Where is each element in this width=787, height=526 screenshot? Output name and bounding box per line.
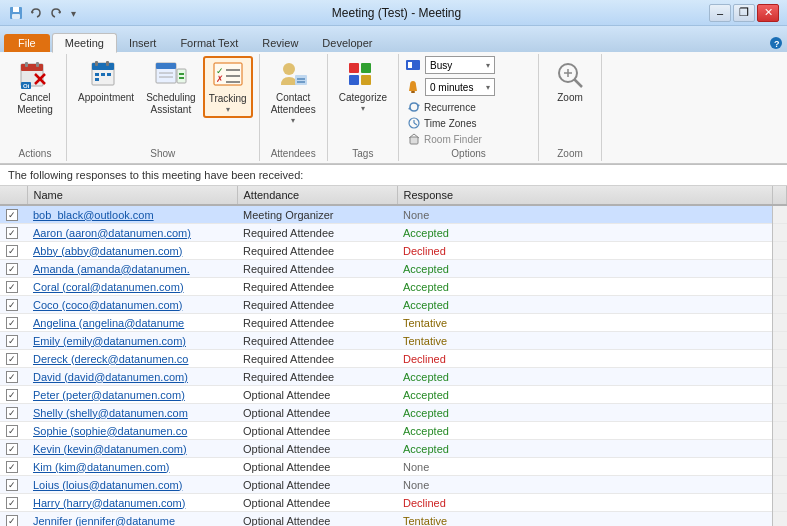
table-row[interactable]: Sophie (sophie@datanumen.coOptional Atte… [0,422,787,440]
row-name[interactable]: Coco (coco@datanumen.com) [27,296,237,314]
row-checkbox[interactable] [6,389,18,401]
table-row[interactable]: Kim (kim@datanumen.com)Optional Attendee… [0,458,787,476]
cancel-meeting-button[interactable]: Oi CancelMeeting [10,56,60,119]
row-name[interactable]: Dereck (dereck@datanumen.co [27,350,237,368]
row-response: Accepted [397,260,773,278]
ribbon: File Meeting Insert Format Text Review D… [0,26,787,165]
table-row[interactable]: Kevin (kevin@datanumen.com)Optional Atte… [0,440,787,458]
table-row[interactable]: Abby (abby@datanumen.com)Required Attend… [0,242,787,260]
tab-developer[interactable]: Developer [310,34,384,52]
scroll-spacer [773,476,787,494]
row-checkbox[interactable] [6,443,18,455]
row-name[interactable]: Abby (abby@datanumen.com) [27,242,237,260]
customize-icon[interactable]: ▾ [68,5,84,21]
row-name[interactable]: Angelina (angelina@datanume [27,314,237,332]
table-row[interactable]: bob_black@outlook.comMeeting OrganizerNo… [0,205,787,224]
tab-format-text[interactable]: Format Text [168,34,250,52]
row-checkbox[interactable] [6,335,18,347]
row-name[interactable]: Jennifer (jennifer@datanume [27,512,237,527]
tab-review[interactable]: Review [250,34,310,52]
time-zones-label: Time Zones [424,118,476,129]
options-links: Recurrence Time Zones Room Finder [405,100,482,146]
zoom-group-label: Zoom [557,148,583,159]
table-row[interactable]: Aaron (aaron@datanumen.com)Required Atte… [0,224,787,242]
busy-dropdown[interactable]: Busy ▾ [425,56,495,74]
minimize-button[interactable]: – [709,4,731,22]
row-checkbox[interactable] [6,299,18,311]
zoom-button[interactable]: Zoom [545,56,595,107]
row-name[interactable]: David (david@datanumen.com) [27,368,237,386]
tracking-button[interactable]: ✓ ✗ Tracking ▾ [203,56,253,118]
row-checkbox[interactable] [6,317,18,329]
row-checkbox[interactable] [6,227,18,239]
table-row[interactable]: Amanda (amanda@datanumen.Required Attend… [0,260,787,278]
appointment-button[interactable]: Appointment [73,56,139,107]
svg-rect-25 [156,63,176,69]
row-checkbox[interactable] [6,515,18,526]
row-name[interactable]: Peter (peter@datanumen.com) [27,386,237,404]
table-row[interactable]: Coco (coco@datanumen.com)Required Attend… [0,296,787,314]
table-row[interactable]: Coral (coral@datanumen.com)Required Atte… [0,278,787,296]
show-items: Appointment [73,56,253,146]
row-checkbox[interactable] [6,461,18,473]
row-attendance: Optional Attendee [237,440,397,458]
room-finder-button[interactable]: Room Finder [407,132,482,146]
row-checkbox[interactable] [6,497,18,509]
row-checkbox[interactable] [6,263,18,275]
row-checkbox[interactable] [6,371,18,383]
col-scrollbar [773,186,787,205]
help-icon[interactable]: ? [769,36,783,50]
row-name[interactable]: Aaron (aaron@datanumen.com) [27,224,237,242]
scroll-spacer [773,350,787,368]
table-row[interactable]: David (david@datanumen.com)Required Atte… [0,368,787,386]
categorize-button[interactable]: Categorize ▾ [334,56,392,116]
save-icon[interactable] [8,5,24,21]
row-name[interactable]: Coral (coral@datanumen.com) [27,278,237,296]
row-name[interactable]: Kevin (kevin@datanumen.com) [27,440,237,458]
minutes-dropdown[interactable]: 0 minutes ▾ [425,78,495,96]
restore-button[interactable]: ❐ [733,4,755,22]
svg-rect-2 [12,14,20,19]
table-row[interactable]: Harry (harry@datanumen.com)Optional Atte… [0,494,787,512]
row-checkbox[interactable] [6,281,18,293]
row-checkbox[interactable] [6,209,18,221]
table-row[interactable]: Emily (emily@datanumen.com)Required Atte… [0,332,787,350]
row-name[interactable]: bob_black@outlook.com [27,205,237,224]
tab-file[interactable]: File [4,34,50,52]
table-row[interactable]: Angelina (angelina@datanumeRequired Atte… [0,314,787,332]
recurrence-button[interactable]: Recurrence [407,100,482,114]
scheduling-assistant-button[interactable]: SchedulingAssistant [141,56,200,119]
close-button[interactable]: ✕ [757,4,779,22]
svg-rect-22 [107,73,111,76]
row-response: Accepted [397,404,773,422]
time-zones-button[interactable]: Time Zones [407,116,482,130]
minutes-dropdown-arrow: ▾ [486,83,490,92]
table-row[interactable]: Loius (loius@datanumen.com)Optional Atte… [0,476,787,494]
svg-rect-30 [179,77,184,79]
undo-icon[interactable] [28,5,44,21]
tab-insert[interactable]: Insert [117,34,169,52]
row-name[interactable]: Emily (emily@datanumen.com) [27,332,237,350]
row-checkbox[interactable] [6,425,18,437]
actions-label: Actions [19,148,52,159]
table-row[interactable]: Shelly (shelly@datanumen.comOptional Att… [0,404,787,422]
row-name[interactable]: Loius (loius@datanumen.com) [27,476,237,494]
row-checkbox[interactable] [6,353,18,365]
row-name[interactable]: Amanda (amanda@datanumen. [27,260,237,278]
table-row[interactable]: Dereck (dereck@datanumen.coRequired Atte… [0,350,787,368]
redo-icon[interactable] [48,5,64,21]
contact-attendees-button[interactable]: ContactAttendees ▾ [266,56,321,128]
row-checkbox[interactable] [6,407,18,419]
row-checkbox[interactable] [6,479,18,491]
row-name[interactable]: Kim (kim@datanumen.com) [27,458,237,476]
table-row[interactable]: Peter (peter@datanumen.com)Optional Atte… [0,386,787,404]
row-checkbox[interactable] [6,245,18,257]
tab-meeting[interactable]: Meeting [52,33,117,53]
row-name[interactable]: Harry (harry@datanumen.com) [27,494,237,512]
table-row[interactable]: Jennifer (jennifer@datanumeOptional Atte… [0,512,787,527]
row-name[interactable]: Sophie (sophie@datanumen.co [27,422,237,440]
window-controls[interactable]: – ❐ ✕ [709,4,779,22]
row-response: Accepted [397,296,773,314]
row-name[interactable]: Shelly (shelly@datanumen.com [27,404,237,422]
contact-attendees-arrow: ▾ [291,116,295,125]
